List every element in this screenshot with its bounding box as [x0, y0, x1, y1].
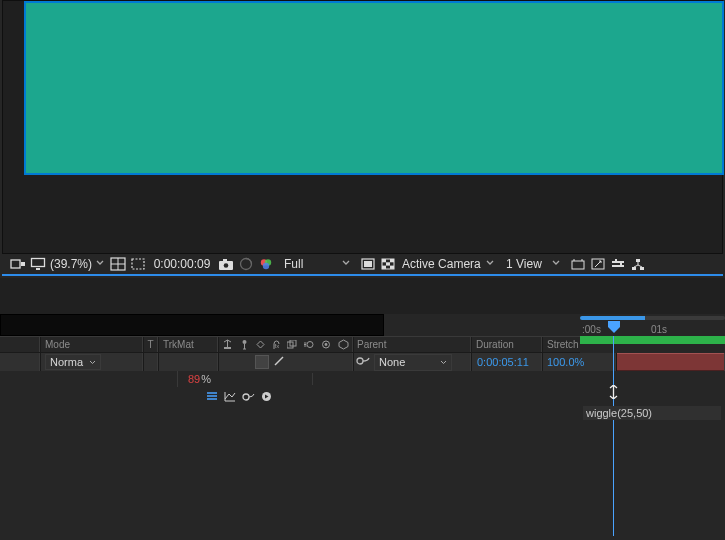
stretch-value[interactable]: 100.0% [547, 356, 584, 368]
column-parent[interactable]: Parent [353, 337, 471, 352]
preview-toolbar: (39.7%) 0:00:00:09 Full Active Camera 1 … [2, 254, 723, 276]
zoom-value[interactable]: (39.7%) [50, 257, 92, 271]
quality-slash-icon[interactable] [273, 355, 285, 369]
camera-dropdown[interactable]: Active Camera [398, 254, 502, 274]
layer-bar[interactable] [617, 353, 724, 371]
cti-caret-icon [609, 385, 618, 397]
svg-rect-31 [640, 267, 644, 270]
svg-point-40 [243, 340, 247, 344]
column-duration[interactable]: Duration [471, 337, 542, 352]
expression-language-icon[interactable] [261, 391, 272, 402]
panel-gap [0, 278, 725, 314]
timeline-panel: :00s 01s Mode T TrkMat fx Parent Duratio… [0, 314, 725, 540]
svg-rect-20 [386, 262, 390, 265]
layer-row[interactable]: Norma None 0:00:05:11 100.0% [0, 353, 725, 371]
svg-point-48 [243, 394, 249, 400]
color-mgmt-icon[interactable] [258, 256, 274, 272]
svg-text:fx: fx [274, 343, 279, 349]
mask-visibility-icon[interactable] [130, 256, 146, 272]
views-dropdown[interactable]: 1 View [502, 254, 568, 274]
show-channel-icon[interactable] [238, 256, 254, 272]
resolution-dropdown[interactable]: Full [276, 254, 358, 274]
work-area-bar[interactable] [580, 336, 725, 353]
transparency-grid-icon[interactable] [380, 256, 396, 272]
flowchart-icon[interactable] [630, 256, 646, 272]
blend-mode-dropdown[interactable]: Norma [45, 354, 101, 370]
pickwhip-icon[interactable] [356, 355, 370, 369]
column-mode[interactable]: Mode [40, 337, 143, 352]
svg-rect-27 [615, 259, 617, 263]
svg-point-14 [263, 263, 269, 269]
svg-rect-39 [224, 347, 231, 349]
ruler-label-01s: 01s [651, 324, 667, 335]
current-time[interactable]: 0:00:00:09 [148, 257, 216, 271]
layer-search-input[interactable] [0, 314, 384, 336]
svg-point-46 [324, 343, 327, 346]
always-preview-icon[interactable] [10, 256, 26, 272]
svg-point-44 [307, 342, 313, 348]
expression-graph-icon[interactable] [224, 391, 236, 402]
svg-rect-0 [11, 260, 20, 268]
cti-line [613, 336, 614, 536]
svg-rect-9 [223, 259, 227, 262]
expression-text-input[interactable]: wiggle(25,50) [583, 406, 721, 420]
monitor-icon[interactable] [30, 256, 46, 272]
svg-rect-7 [132, 259, 144, 269]
svg-rect-29 [636, 259, 640, 262]
snapshot-icon[interactable] [218, 256, 234, 272]
fast-previews-icon[interactable] [590, 256, 606, 272]
property-value[interactable]: 89% [178, 373, 313, 385]
svg-rect-19 [390, 259, 394, 262]
svg-rect-21 [382, 266, 386, 269]
svg-point-47 [357, 358, 363, 364]
preview-window [2, 0, 723, 254]
svg-rect-2 [32, 259, 45, 267]
svg-rect-30 [632, 267, 636, 270]
column-trkmat[interactable]: TrkMat [158, 337, 218, 352]
svg-rect-23 [572, 261, 584, 269]
zoom-dropdown[interactable] [96, 260, 104, 268]
safe-zones-icon[interactable] [110, 256, 126, 272]
expression-enable-icon[interactable] [206, 391, 218, 401]
expression-pickwhip-icon[interactable] [242, 391, 255, 402]
svg-rect-18 [382, 259, 386, 262]
pixel-aspect-icon[interactable] [570, 256, 586, 272]
preview-canvas[interactable] [24, 1, 724, 175]
column-t[interactable]: T [143, 337, 158, 352]
svg-point-10 [224, 263, 229, 268]
timeline-icon[interactable] [610, 256, 626, 272]
svg-rect-26 [612, 265, 624, 267]
svg-rect-28 [620, 263, 622, 267]
svg-rect-3 [36, 268, 40, 270]
time-ruler[interactable]: :00s 01s [580, 314, 725, 336]
ruler-label-start: :00s [582, 324, 601, 335]
svg-rect-16 [364, 261, 372, 267]
duration-value[interactable]: 0:00:05:11 [477, 356, 529, 368]
parent-dropdown[interactable]: None [374, 354, 452, 371]
svg-rect-22 [390, 266, 394, 269]
svg-rect-1 [21, 262, 25, 266]
current-time-indicator[interactable] [607, 320, 621, 338]
svg-rect-25 [612, 261, 624, 263]
roi-icon[interactable] [360, 256, 376, 272]
color-swatch[interactable] [255, 355, 269, 369]
column-switches: fx [218, 337, 353, 352]
